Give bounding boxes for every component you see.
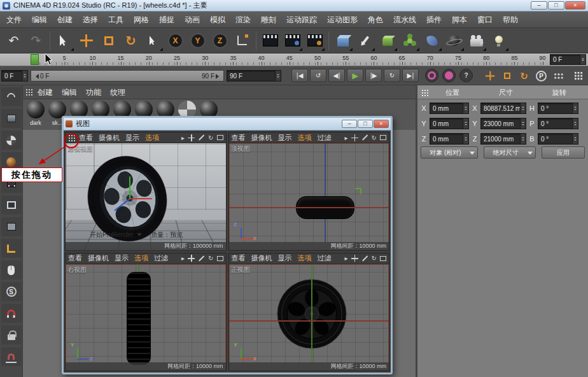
menu-item[interactable]: 网格 <box>129 11 154 28</box>
menu-options[interactable]: 选项 <box>134 253 148 264</box>
rotation-h-field[interactable]: 0 ° <box>538 103 578 114</box>
stepper-icon[interactable] <box>22 71 27 81</box>
toggle-view-icon[interactable] <box>380 256 386 261</box>
size-x-field[interactable]: 80887.512 mm <box>480 103 526 114</box>
pan-view-icon[interactable] <box>351 134 358 141</box>
menu-item[interactable]: 插件 <box>421 11 447 28</box>
apply-button[interactable]: 应用 <box>542 146 585 159</box>
viewport-right[interactable]: 右视图 Y Z 网格间距：10000 mm <box>66 264 226 371</box>
coordinate-system-button[interactable] <box>231 29 253 52</box>
light-button[interactable] <box>487 29 510 52</box>
panel-grip-icon[interactable] <box>25 89 32 96</box>
size-y-field[interactable]: 23000 mm <box>480 118 526 129</box>
last-tool-button[interactable] <box>142 29 164 52</box>
view-panel-icon[interactable] <box>68 134 75 141</box>
material-thumbnail[interactable]: dark <box>25 101 46 129</box>
menu-filter[interactable]: 过滤 <box>318 253 332 264</box>
rotate-tool-button[interactable]: ↻ <box>120 29 142 52</box>
menu-filter[interactable]: 过滤 <box>154 253 168 264</box>
menu-view[interactable]: 查看 <box>68 253 82 264</box>
stepper-icon[interactable] <box>572 134 578 144</box>
render-view-button[interactable] <box>259 29 281 52</box>
pan-view-icon[interactable] <box>351 255 358 262</box>
rotate-view-icon[interactable]: ↻ <box>372 134 377 141</box>
camera-button[interactable] <box>465 29 487 52</box>
prorender-overlay[interactable]: 开始ProRender 质量：预览 <box>90 231 183 239</box>
menu-options[interactable]: 选项 <box>298 132 312 143</box>
stepper-icon[interactable] <box>463 103 468 113</box>
previous-frame-button[interactable]: ◀| <box>328 69 345 82</box>
viewport-solo-button[interactable] <box>1 260 22 280</box>
record-pla-button[interactable] <box>550 68 567 83</box>
menu-overflow-icon[interactable]: ▸ <box>345 134 348 141</box>
edges-mode-button[interactable] <box>1 196 22 215</box>
zoom-view-icon[interactable] <box>361 137 368 138</box>
toggle-view-icon[interactable] <box>380 135 386 140</box>
viewport-front[interactable]: 正视图 Y X 网格间距：10000 mm <box>229 264 389 371</box>
menu-filter[interactable]: 过滤 <box>318 132 332 143</box>
pan-view-icon[interactable] <box>188 255 195 262</box>
record-parameter-button[interactable]: P <box>533 68 550 83</box>
current-frame-field[interactable]: 0 F <box>550 54 586 65</box>
axis-mode-button[interactable] <box>1 239 22 258</box>
menu-item[interactable]: 窗口 <box>472 11 498 28</box>
stepper-icon[interactable] <box>572 118 578 129</box>
rotation-p-field[interactable]: 0 ° <box>538 118 578 129</box>
position-y-field[interactable]: 0 mm <box>430 118 469 129</box>
stepper-icon[interactable] <box>463 134 468 144</box>
maximize-button[interactable]: □ <box>358 120 373 128</box>
texture-mode-button[interactable] <box>1 131 22 150</box>
stepper-icon[interactable] <box>275 71 281 81</box>
frame-range-slider[interactable]: 0 F 90 F <box>31 70 224 82</box>
close-button[interactable]: × <box>374 120 389 128</box>
menu-item[interactable]: 渲染 <box>230 11 256 28</box>
menu-item[interactable]: 模拟 <box>205 11 230 28</box>
size-z-field[interactable]: 21000 mm <box>480 133 526 145</box>
render-picture-viewer-button[interactable] <box>281 29 304 52</box>
prorender-start-label[interactable]: 开始ProRender <box>90 231 133 239</box>
stepper-icon[interactable] <box>463 118 468 129</box>
menu-display[interactable]: 显示 <box>125 132 139 143</box>
snap-settings-button[interactable]: S <box>1 282 22 301</box>
menu-overflow-icon[interactable]: ▸ <box>345 255 348 262</box>
play-button[interactable]: ▶ <box>347 69 363 82</box>
menu-item[interactable]: 角色 <box>363 11 388 28</box>
menu-cameras[interactable]: 摄像机 <box>88 253 109 264</box>
menu-view[interactable]: 查看 <box>79 132 93 143</box>
minimize-button[interactable]: – <box>342 120 357 128</box>
menu-item[interactable]: 捕捉 <box>154 11 179 28</box>
menu-item[interactable]: 编辑 <box>27 11 52 28</box>
record-rotation-button[interactable]: ↻ <box>515 68 533 83</box>
menu-options[interactable]: 选项 <box>145 132 159 143</box>
stepper-icon[interactable] <box>520 118 526 129</box>
goto-start-button[interactable]: |◀ <box>291 69 308 82</box>
live-selection-button[interactable] <box>53 29 75 52</box>
minimize-button[interactable]: – <box>531 1 547 10</box>
position-z-field[interactable]: 0 mm <box>430 133 469 145</box>
toggle-view-icon[interactable] <box>217 135 223 140</box>
spline-pen-button[interactable] <box>354 29 376 52</box>
menu-item[interactable]: 动画 <box>179 11 205 28</box>
rotation-b-field[interactable]: 0 ° <box>538 133 578 145</box>
panel-menu-icon[interactable] <box>421 89 428 96</box>
viewport-top[interactable]: 顶视图 Z X 网格间距：10000 mm <box>229 143 389 250</box>
pan-view-icon[interactable] <box>188 134 195 141</box>
material-menu-item[interactable]: 编辑 <box>62 85 77 99</box>
toggle-view-icon[interactable] <box>217 256 223 261</box>
rotate-view-icon[interactable]: ↻ <box>208 255 213 262</box>
menu-item[interactable]: 选择 <box>78 11 103 28</box>
lock-z-axis-button[interactable]: Z <box>209 29 231 52</box>
layer-grid-icon[interactable] <box>574 71 583 80</box>
generators-button[interactable] <box>376 29 398 52</box>
menu-item[interactable]: 文件 <box>1 11 27 28</box>
environment-button[interactable] <box>443 29 465 52</box>
tire-side-silhouette[interactable] <box>127 272 151 365</box>
menu-item[interactable]: 帮助 <box>498 11 523 28</box>
material-menu-item[interactable]: 纹理 <box>110 85 125 99</box>
rotate-view-icon[interactable]: ↻ <box>372 255 377 262</box>
menu-display[interactable]: 显示 <box>115 253 129 264</box>
menu-item[interactable]: 雕刻 <box>256 11 281 28</box>
frame-start-field[interactable]: 0 F <box>1 70 28 82</box>
menu-options[interactable]: 选项 <box>298 253 312 264</box>
menu-item[interactable]: 流水线 <box>388 11 421 28</box>
